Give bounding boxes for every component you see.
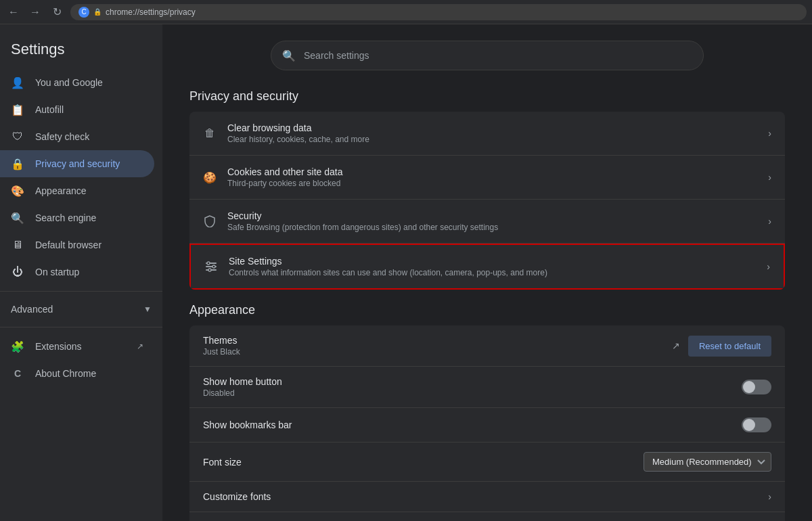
toggle-knob-bookmarks: [743, 419, 755, 431]
sidebar-divider-2: [0, 327, 162, 327]
show-home-button-title: Show home button: [203, 376, 734, 387]
show-home-button-subtitle: Disabled: [203, 388, 734, 398]
clear-browsing-title: Clear browsing data: [227, 122, 757, 133]
sidebar-label-you-google: You and Google: [35, 77, 103, 88]
themes-text: Themes Just Black: [203, 335, 661, 357]
site-settings-icon: [204, 260, 218, 273]
refresh-button[interactable]: ↻: [49, 4, 65, 20]
themes-value: Just Black: [203, 347, 661, 357]
sidebar-item-about-chrome[interactable]: C About Chrome: [0, 360, 154, 387]
sidebar-label-on-startup: On startup: [35, 267, 79, 277]
search-icon: 🔍: [282, 49, 296, 62]
site-settings-text: Site Settings Controls what information …: [229, 256, 756, 277]
search-input[interactable]: [304, 50, 692, 61]
show-home-button-toggle[interactable]: [742, 380, 771, 394]
show-bookmarks-bar-title: Show bookmarks bar: [203, 420, 734, 430]
chevron-down-icon: ▼: [143, 304, 152, 314]
customize-fonts-row[interactable]: Customize fonts ›: [189, 482, 785, 512]
themes-title: Themes: [203, 335, 661, 346]
power-icon: ⏻: [11, 265, 24, 279]
advanced-left: Advanced: [11, 304, 53, 315]
sidebar-item-extensions[interactable]: 🧩 Extensions ↗: [0, 333, 154, 360]
search-nav-icon: 🔍: [11, 211, 24, 225]
customize-fonts-title: Customize fonts: [203, 491, 760, 502]
back-button[interactable]: ←: [5, 4, 22, 20]
extensions-icon: 🧩: [11, 340, 24, 353]
svg-point-6: [208, 269, 211, 271]
sidebar-divider: [0, 291, 162, 292]
browser-bar: ← → ↻ C 🔒 chrome://settings/privacy: [0, 0, 812, 24]
page-zoom-row[interactable]: Page zoom 150%: [189, 512, 785, 521]
sidebar-label-search-engine: Search engine: [35, 212, 96, 223]
sidebar-label-extensions: Extensions: [35, 341, 81, 352]
autofill-icon: 📋: [11, 103, 24, 116]
sidebar-label-appearance: Appearance: [35, 185, 87, 196]
security-arrow: ›: [768, 216, 771, 227]
cookies-text: Cookies and other site data Third-party …: [227, 166, 757, 188]
content-area: 🔍 Privacy and security 🗑 Clear browsing …: [162, 24, 812, 521]
sidebar: Settings 👤 You and Google 📋 Autofill 🛡 S…: [0, 24, 162, 521]
show-bookmarks-bar-text: Show bookmarks bar: [203, 420, 734, 430]
site-settings-row[interactable]: Site Settings Controls what information …: [189, 244, 785, 290]
cookie-icon: 🍪: [203, 171, 217, 184]
font-size-row[interactable]: Font size Medium (Recommended): [189, 443, 785, 482]
customize-fonts-arrow: ›: [768, 491, 771, 502]
shield-icon: 🛡: [11, 130, 24, 143]
external-link-icon: ↗: [137, 342, 143, 351]
security-title: Security: [227, 210, 757, 221]
sidebar-item-on-startup[interactable]: ⏻ On startup: [0, 258, 154, 286]
privacy-section: Privacy and security 🗑 Clear browsing da…: [189, 89, 785, 290]
search-bar[interactable]: 🔍: [271, 41, 704, 70]
reset-to-default-button[interactable]: Reset to default: [688, 336, 771, 357]
show-home-button-row[interactable]: Show home button Disabled: [189, 367, 785, 408]
sidebar-item-privacy-security[interactable]: 🔒 Privacy and security: [0, 150, 154, 177]
clear-browsing-row[interactable]: 🗑 Clear browsing data Clear history, coo…: [189, 112, 785, 156]
address-bar[interactable]: C 🔒 chrome://settings/privacy: [70, 4, 807, 20]
show-bookmarks-bar-toggle[interactable]: [742, 417, 771, 432]
sidebar-label-default-browser: Default browser: [35, 240, 102, 250]
sidebar-item-safety-check[interactable]: 🛡 Safety check: [0, 123, 154, 150]
appearance-section-title: Appearance: [189, 303, 785, 317]
privacy-settings-card: 🗑 Clear browsing data Clear history, coo…: [189, 112, 785, 290]
main-container: Settings 👤 You and Google 📋 Autofill 🛡 S…: [0, 24, 812, 521]
svg-point-5: [212, 265, 215, 268]
palette-icon: 🎨: [11, 184, 24, 198]
site-settings-subtitle: Controls what information sites can use …: [229, 268, 756, 277]
about-icon: C: [11, 367, 24, 380]
svg-point-4: [207, 262, 210, 265]
font-size-select[interactable]: Medium (Recommended): [644, 452, 771, 472]
cookies-arrow: ›: [768, 172, 771, 183]
sidebar-item-autofill[interactable]: 📋 Autofill: [0, 96, 154, 123]
security-icon: [203, 214, 217, 228]
toggle-knob: [743, 381, 755, 393]
sidebar-item-advanced[interactable]: Advanced ▼: [0, 297, 162, 321]
font-size-text: Font size: [203, 457, 635, 468]
cookies-row[interactable]: 🍪 Cookies and other site data Third-part…: [189, 156, 785, 200]
sidebar-label-privacy-security: Privacy and security: [35, 158, 120, 169]
favicon: C: [78, 7, 89, 18]
site-settings-arrow: ›: [767, 261, 770, 272]
sidebar-label-safety-check: Safety check: [35, 131, 89, 142]
customize-fonts-text: Customize fonts: [203, 491, 760, 502]
themes-row[interactable]: Themes Just Black ↗ Reset to default: [189, 325, 785, 367]
themes-actions: ↗ Reset to default: [669, 336, 771, 357]
clear-browsing-text: Clear browsing data Clear history, cooki…: [227, 122, 757, 144]
page-title: Settings: [0, 35, 162, 69]
clear-browsing-arrow: ›: [768, 128, 771, 139]
show-bookmarks-bar-row[interactable]: Show bookmarks bar: [189, 408, 785, 443]
sidebar-label-autofill: Autofill: [35, 104, 64, 115]
external-icon[interactable]: ↗: [669, 339, 683, 353]
person-icon: 👤: [11, 76, 24, 89]
sidebar-item-search-engine[interactable]: 🔍 Search engine: [0, 204, 154, 231]
clear-browsing-subtitle: Clear history, cookies, cache, and more: [227, 135, 757, 144]
sidebar-item-appearance[interactable]: 🎨 Appearance: [0, 177, 154, 204]
monitor-icon: 🖥: [11, 238, 24, 252]
sidebar-item-you-google[interactable]: 👤 You and Google: [0, 69, 154, 96]
appearance-card: Themes Just Black ↗ Reset to default Sho…: [189, 325, 785, 521]
forward-button[interactable]: →: [27, 4, 43, 20]
cookies-subtitle: Third-party cookies are blocked: [227, 179, 757, 188]
appearance-section: Appearance Themes Just Black ↗ Reset to …: [189, 303, 785, 521]
sidebar-item-default-browser[interactable]: 🖥 Default browser: [0, 231, 154, 258]
lock-nav-icon: 🔒: [11, 157, 24, 171]
security-row[interactable]: Security Safe Browsing (protection from …: [189, 200, 785, 244]
